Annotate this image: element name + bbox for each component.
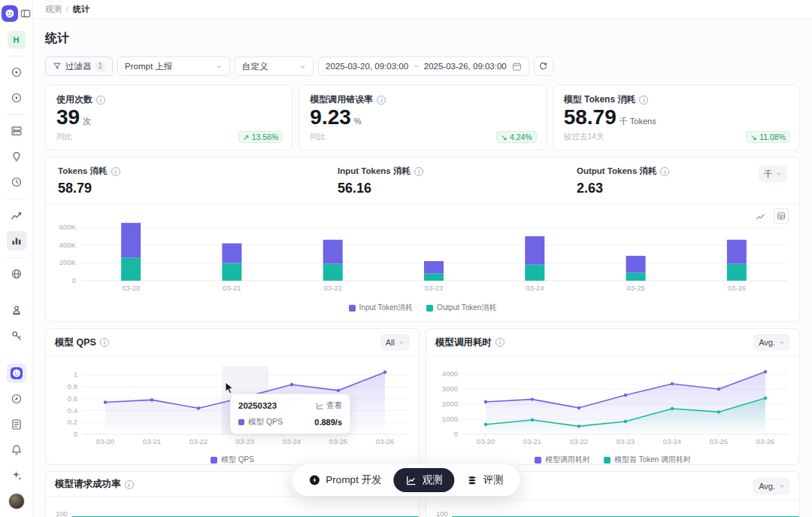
legend-item[interactable]: 模型调用耗时 [535,455,590,465]
qps-filter-select[interactable]: All [380,334,410,351]
trend-chart-icon[interactable] [7,205,26,225]
stat-unit: 千 Tokens [620,117,656,126]
svg-text:03-23: 03-23 [617,437,635,446]
sparkles-icon[interactable] [7,466,26,485]
breadcrumb-separator: / [66,5,68,14]
filter-button[interactable]: 过滤器 1 [45,56,113,76]
stat-value: 39 [56,105,80,129]
svg-text:03-21: 03-21 [223,284,241,292]
globe-icon[interactable] [7,264,26,284]
info-icon[interactable]: i [96,96,105,105]
trend-chart-icon [316,402,324,410]
chart-tooltip: 20250323 查看 模型 QPS 0.889/s [230,394,350,434]
info-icon[interactable]: i [495,338,504,347]
chevron-down-icon [779,483,785,489]
unit-value: 千 [764,169,772,180]
latency-agg-select[interactable]: Avg. [753,334,790,351]
svg-text:03-20: 03-20 [477,437,495,446]
app-tile-icon[interactable] [7,363,26,383]
svg-text:03-25: 03-25 [626,284,644,292]
unit-select[interactable]: 千 [759,166,787,182]
info-icon[interactable]: i [125,480,134,489]
trend-badge: ↘11.08% [746,131,790,143]
info-icon[interactable]: i [111,167,120,176]
trend-down-icon: ↘ [501,132,508,141]
compass-icon[interactable] [7,389,26,409]
compare-label: 同比 [310,132,326,142]
lightbulb-icon[interactable] [7,147,26,166]
chart-view-tools [753,208,789,224]
key-icon[interactable] [7,326,26,345]
bell-icon[interactable] [7,440,26,460]
funnel-icon [53,62,62,71]
nav-evaluate[interactable]: 评测 [458,468,513,492]
compare-label: 同比 [56,132,72,142]
metric-value: 58.79 [58,181,338,196]
document-icon[interactable] [7,415,26,434]
legend-item[interactable]: Input Token消耗 [349,303,414,313]
time-range-select[interactable]: 自定义 [235,56,314,76]
chevron-down-icon [776,171,782,177]
prompt-dev-icon [308,474,320,486]
svg-text:03-24: 03-24 [283,437,301,446]
svg-text:600K: 600K [59,223,77,231]
legend-swatch [211,457,217,464]
metric-label: Tokens 消耗 [58,166,108,177]
user-stamp-icon[interactable] [7,300,26,320]
svg-text:400K: 400K [59,241,77,249]
svg-text:0: 0 [72,276,76,284]
y-axis-tick: 100 [56,509,68,517]
user-avatar[interactable] [8,493,25,509]
legend-item[interactable]: 模型首 Token 调用耗时 [604,455,691,465]
report-type-select[interactable]: Prompt 上报 [117,56,230,76]
nav-prompt-dev[interactable]: Prompt 开发 [299,468,390,492]
info-icon[interactable]: i [100,338,109,347]
workspace-avatar[interactable]: H [8,31,26,49]
tooltip-view-link[interactable]: 查看 [316,400,342,411]
legend-item[interactable]: 模型 QPS [211,455,254,465]
chevron-down-icon [299,63,306,70]
play-circle-icon[interactable] [7,88,26,108]
stat-value: 9.23 [310,105,351,129]
legend-swatch [535,457,541,464]
line-view-icon[interactable] [753,208,768,224]
date-range-input[interactable]: 2025-03-20, 09:03:00 ~ 2025-03-26, 09:03… [318,56,529,76]
nav-observe-active[interactable]: 观测 [394,468,455,492]
info-icon[interactable]: i [377,96,386,105]
model-latency-panel: 模型调用耗时i Avg. 4000300020001000003-2003-21… [426,328,800,465]
breadcrumb-current: 统计 [73,4,89,15]
y-axis-tick: 100 [436,509,448,517]
info-icon[interactable]: i [414,167,423,176]
date-start-value: 2025-03-20, 09:03:00 [326,62,408,71]
sidebar: H [0,0,33,517]
stat-label: 模型 Tokens 消耗 [564,93,636,106]
tokens-bar-chart[interactable]: 600K400K200K003-2003-2103-2203-2303-2403… [46,216,801,302]
svg-text:1000: 1000 [442,415,458,423]
chevron-down-icon [398,339,404,345]
divider [7,114,26,115]
chevron-down-icon [779,339,785,345]
refresh-button[interactable] [534,56,553,76]
table-view-icon[interactable] [774,208,789,224]
svg-text:03-22: 03-22 [324,284,342,292]
svg-text:03-23: 03-23 [425,284,443,292]
info-icon[interactable]: i [660,167,669,176]
app-logo-icon[interactable] [2,5,18,22]
info-icon[interactable]: i [639,96,648,105]
bar-chart-icon-active[interactable] [7,231,26,251]
agg-select[interactable]: Avg. [753,478,790,494]
svg-text:0: 0 [74,430,77,438]
qps-filter-value: All [386,338,395,347]
filter-label: 过滤器 [65,61,92,72]
target-icon[interactable] [7,62,26,82]
chevron-down-icon [216,63,223,70]
sidebar-collapse-icon[interactable] [20,8,31,19]
mouse-cursor [225,382,235,395]
latency-line-chart[interactable]: 4000300020001000003-2003-2103-2203-2303-… [426,356,801,454]
svg-text:0: 0 [454,430,458,438]
history-icon[interactable] [7,172,26,192]
legend-item[interactable]: Output Token消耗 [426,303,496,313]
breadcrumb-parent[interactable]: 观测 [45,4,62,15]
tooltip-value: 0.889/s [314,418,342,427]
server-icon[interactable] [7,121,26,141]
